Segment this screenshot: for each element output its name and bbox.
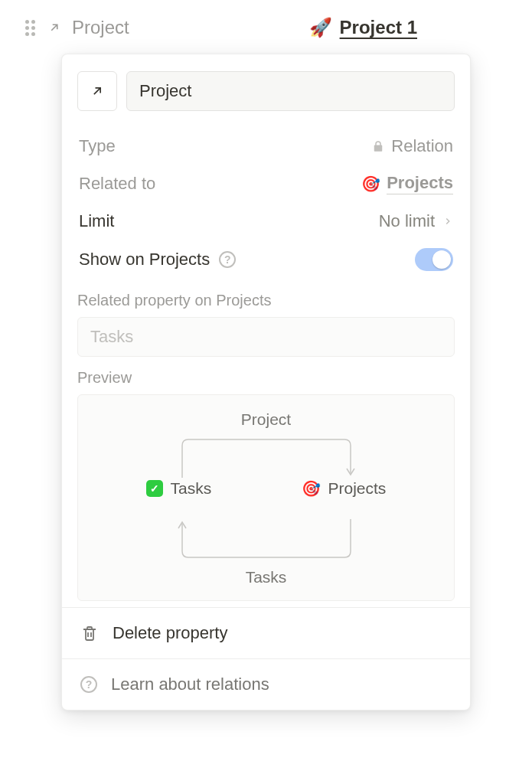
limit-label: Limit [79,211,114,231]
property-icon-button[interactable] [77,71,117,111]
delete-label: Delete property [113,623,227,643]
learn-label: Learn about relations [111,675,269,694]
learn-relations-button[interactable]: ? Learn about relations [62,658,470,710]
type-label: Type [79,136,116,156]
property-value[interactable]: 🚀 Project 1 [309,17,509,38]
preview-left-item: ✓ Tasks [146,479,212,498]
preview-right-item: 🎯 Projects [302,479,387,498]
type-value: Relation [391,136,453,156]
lock-icon [371,139,385,153]
relation-arrow-icon [90,83,105,99]
property-value-link[interactable]: Project 1 [340,17,417,38]
related-property-value: Tasks [90,327,133,347]
relation-arrow-icon [47,21,61,34]
property-header-row: Project 🚀 Project 1 [0,0,532,46]
limit-value: No limit [379,211,435,231]
related-to-label: Related to [79,174,155,194]
row-type: Type Relation [77,128,455,165]
help-icon: ? [80,676,97,693]
preview-bottom-label: Tasks [78,568,454,586]
preview-top-label: Project [78,410,454,429]
delete-property-button[interactable]: Delete property [62,607,470,658]
related-property-section-label: Related property on Projects [77,292,455,309]
show-on-label: Show on Projects [79,250,210,270]
property-name-label: Project [72,17,129,38]
target-icon: 🎯 [302,479,321,498]
arc-bottom-icon [167,519,366,562]
row-show-on: Show on Projects ? [77,240,455,279]
property-config-popup: Project Type Relation Related to 🎯 Proje… [61,54,471,710]
property-name-input[interactable]: Project [126,71,455,111]
row-limit[interactable]: Limit No limit [77,203,455,240]
show-on-toggle[interactable] [415,248,453,271]
arc-top-icon [167,435,366,478]
trash-icon [80,624,99,642]
preview-section-label: Preview [77,369,455,387]
related-property-input[interactable]: Tasks [77,317,455,357]
row-related-to[interactable]: Related to 🎯 Projects [77,165,455,203]
related-to-value: Projects [387,173,453,194]
check-icon: ✓ [146,480,163,497]
drag-handle-icon[interactable] [23,21,37,34]
chevron-right-icon [442,216,453,227]
rocket-icon: 🚀 [309,17,332,38]
preview-diagram: Project ✓ Tasks 🎯 Projects Tasks [77,394,455,601]
target-icon: 🎯 [361,175,380,193]
property-name-text: Project [139,81,191,101]
help-icon[interactable]: ? [219,251,236,268]
